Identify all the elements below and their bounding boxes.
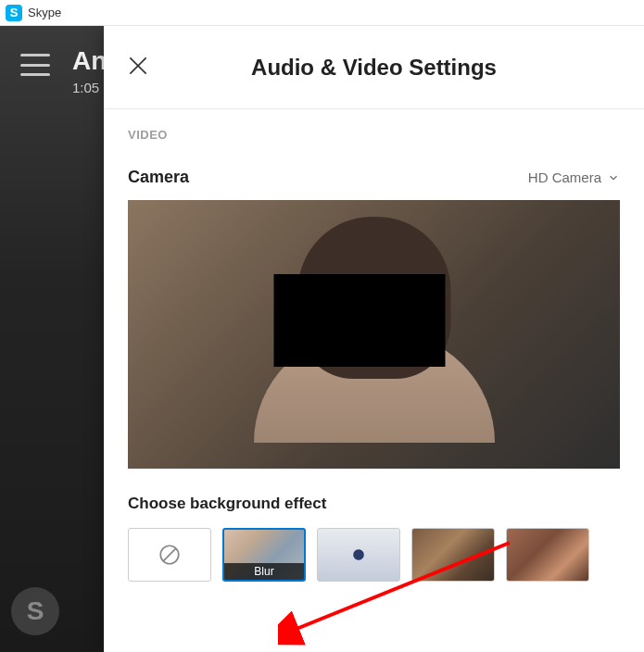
camera-label: Camera [128, 168, 189, 187]
call-screen-background: An 1:05 S Audio & Video Settings VIDEO C… [0, 26, 644, 652]
settings-panel: Audio & Video Settings VIDEO Camera HD C… [104, 26, 644, 652]
panel-title: Audio & Video Settings [251, 55, 497, 81]
camera-selected-value: HD Camera [528, 169, 601, 185]
self-avatar[interactable]: S [11, 587, 59, 635]
background-effect-options: Blur [128, 528, 620, 582]
effect-blur-label: Blur [224, 563, 304, 580]
effect-background-3[interactable] [506, 528, 589, 582]
chevron-down-icon [607, 171, 620, 184]
close-button[interactable] [126, 54, 154, 82]
effect-none[interactable] [128, 528, 211, 582]
camera-dropdown[interactable]: HD Camera [528, 169, 620, 185]
call-duration: 1:05 [72, 80, 99, 95]
hamburger-menu-button[interactable] [20, 54, 50, 76]
contact-name: An [72, 46, 107, 76]
effect-blur[interactable]: Blur [222, 528, 306, 582]
close-icon [126, 54, 150, 78]
svg-line-3 [163, 548, 176, 561]
skype-icon: S [6, 5, 22, 21]
camera-preview [128, 200, 620, 469]
none-icon [158, 543, 182, 567]
camera-selector-row: Camera HD Camera [128, 168, 620, 187]
effect-background-1[interactable] [317, 528, 400, 582]
window-title: Skype [28, 6, 61, 19]
panel-header: Audio & Video Settings [104, 26, 644, 109]
background-effect-label: Choose background effect [128, 495, 620, 513]
effect-background-2[interactable] [411, 528, 495, 582]
window-titlebar: S Skype [0, 0, 644, 26]
preview-censor-block [273, 274, 445, 367]
video-section-label: VIDEO [128, 128, 620, 142]
panel-body: VIDEO Camera HD Camera Choose background… [104, 109, 644, 600]
